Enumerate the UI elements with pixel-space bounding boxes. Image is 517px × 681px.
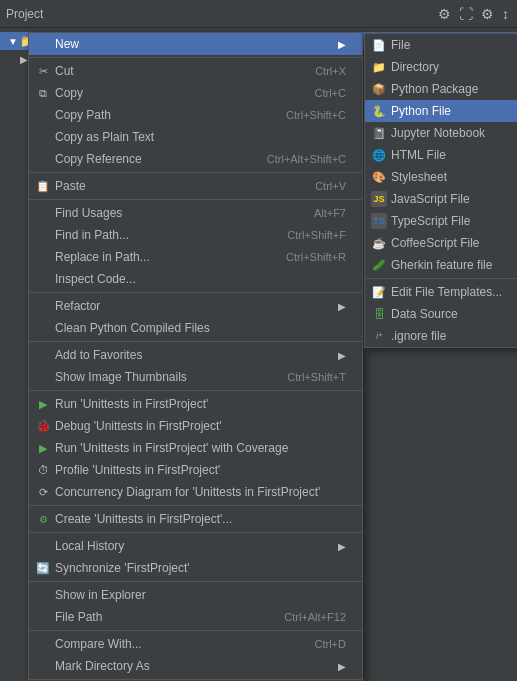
submenu-html[interactable]: 🌐 HTML File — [365, 144, 517, 166]
sep1 — [29, 57, 362, 58]
menu-copy[interactable]: ⧉ Copy Ctrl+C — [29, 82, 362, 104]
menu-inspect-label: Inspect Code... — [55, 272, 136, 286]
submenu-typescript[interactable]: TS TypeScript File — [365, 210, 517, 232]
menu-paste[interactable]: 📋 Paste Ctrl+V — [29, 175, 362, 197]
profile-icon: ⏱ — [35, 462, 51, 478]
settings-icon[interactable]: ⚙ — [436, 4, 453, 24]
menu-debug-label: Debug 'Unittests in FirstProject' — [55, 419, 222, 433]
sep3 — [29, 199, 362, 200]
cut-shortcut: Ctrl+X — [315, 65, 346, 77]
typescript-icon: TS — [371, 213, 387, 229]
sep9 — [29, 581, 362, 582]
menu-clean[interactable]: Clean Python Compiled Files — [29, 317, 362, 339]
menu-refactor[interactable]: Refactor ▶ — [29, 295, 362, 317]
tree-arrow: ▼ — [8, 36, 20, 47]
expand-icon[interactable]: ⛶ — [457, 4, 475, 24]
menu-synchronize-label: Synchronize 'FirstProject' — [55, 561, 190, 575]
menu-show-thumbnails-label: Show Image Thumbnails — [55, 370, 187, 384]
menu-copy-ref-label: Copy Reference — [55, 152, 142, 166]
jupyter-icon: 📓 — [371, 125, 387, 141]
gear-icon[interactable]: ⚙ — [479, 4, 496, 24]
sync-icon: 🔄 — [35, 560, 51, 576]
submenu-directory[interactable]: 📁 Directory — [365, 56, 517, 78]
menu-concurrency[interactable]: ⟳ Concurrency Diagram for 'Unittests in … — [29, 481, 362, 503]
menu-paste-label: Paste — [55, 179, 86, 193]
menu-copy-ref[interactable]: Copy Reference Ctrl+Alt+Shift+C — [29, 148, 362, 170]
context-menu: New ▶ 📄 File 📁 Directory 📦 Python Packag… — [28, 32, 363, 681]
menu-synchronize[interactable]: 🔄 Synchronize 'FirstProject' — [29, 557, 362, 579]
submenu-jupyter-label: Jupyter Notebook — [391, 126, 485, 140]
sep5 — [29, 341, 362, 342]
menu-debug[interactable]: 🐞 Debug 'Unittests in FirstProject' — [29, 415, 362, 437]
sep6 — [29, 390, 362, 391]
toolbar: Project ⚙ ⛶ ⚙ ↕ — [0, 0, 517, 28]
menu-mark-dir[interactable]: Mark Directory As ▶ — [29, 655, 362, 677]
menu-compare[interactable]: Compare With... Ctrl+D — [29, 633, 362, 655]
menu-find-path-label: Find in Path... — [55, 228, 129, 242]
menu-find-usages-label: Find Usages — [55, 206, 122, 220]
menu-item-new[interactable]: New ▶ 📄 File 📁 Directory 📦 Python Packag… — [29, 33, 362, 55]
submenu-stylesheet[interactable]: 🎨 Stylesheet — [365, 166, 517, 188]
menu-find-path[interactable]: Find in Path... Ctrl+Shift+F — [29, 224, 362, 246]
submenu-python-package-label: Python Package — [391, 82, 478, 96]
menu-inspect[interactable]: Inspect Code... — [29, 268, 362, 290]
directory-icon: 📁 — [371, 59, 387, 75]
menu-copy-plain[interactable]: Copy as Plain Text — [29, 126, 362, 148]
menu-show-explorer[interactable]: Show in Explorer — [29, 584, 362, 606]
menu-cut[interactable]: ✂ Cut Ctrl+X — [29, 60, 362, 82]
cut-icon: ✂ — [35, 63, 51, 79]
refactor-arrow: ▶ — [338, 301, 346, 312]
sep2 — [29, 172, 362, 173]
menu-run-coverage[interactable]: ▶ Run 'Unittests in FirstProject' with C… — [29, 437, 362, 459]
menu-local-history-label: Local History — [55, 539, 124, 553]
submenu-javascript-label: JavaScript File — [391, 192, 470, 206]
paste-shortcut: Ctrl+V — [315, 180, 346, 192]
menu-replace-path[interactable]: Replace in Path... Ctrl+Shift+R — [29, 246, 362, 268]
copy-path-shortcut: Ctrl+Shift+C — [286, 109, 346, 121]
menu-refactor-label: Refactor — [55, 299, 100, 313]
menu-profile[interactable]: ⏱ Profile 'Unittests in FirstProject' — [29, 459, 362, 481]
submenu-ignore[interactable]: i* .ignore file ▶ — [365, 325, 517, 347]
submenu-stylesheet-label: Stylesheet — [391, 170, 447, 184]
submenu-ignore-label: .ignore file — [391, 329, 446, 343]
mark-dir-arrow: ▶ — [338, 661, 346, 672]
submenu-file-label: File — [391, 38, 410, 52]
menu-file-path[interactable]: File Path Ctrl+Alt+F12 — [29, 606, 362, 628]
run-icon: ▶ — [35, 396, 51, 412]
python-file-icon: 🐍 — [371, 103, 387, 119]
menu-mark-dir-label: Mark Directory As — [55, 659, 150, 673]
submenu-coffeescript[interactable]: ☕ CoffeeScript File — [365, 232, 517, 254]
coverage-icon: ▶ — [35, 440, 51, 456]
thumbnails-shortcut: Ctrl+Shift+T — [287, 371, 346, 383]
menu-add-favorites[interactable]: Add to Favorites ▶ — [29, 344, 362, 366]
toolbar-title: Project — [6, 7, 430, 21]
submenu-python-file[interactable]: 🐍 Python File — [365, 100, 517, 122]
menu-cut-label: Cut — [55, 64, 74, 78]
submenu-new: 📄 File 📁 Directory 📦 Python Package 🐍 Py… — [364, 33, 517, 348]
file-icon: 📄 — [371, 37, 387, 53]
submenu-datasource[interactable]: 🗄 Data Source — [365, 303, 517, 325]
submenu-gherkin[interactable]: 🥒 Gherkin feature file — [365, 254, 517, 276]
submenu-arrow: ▶ — [338, 39, 346, 50]
sep8 — [29, 532, 362, 533]
sort-icon[interactable]: ↕ — [500, 4, 511, 24]
sep7 — [29, 505, 362, 506]
submenu-jupyter[interactable]: 📓 Jupyter Notebook — [365, 122, 517, 144]
submenu-file[interactable]: 📄 File — [365, 34, 517, 56]
menu-show-thumbnails[interactable]: Show Image Thumbnails Ctrl+Shift+T — [29, 366, 362, 388]
menu-add-favorites-label: Add to Favorites — [55, 348, 142, 362]
datasource-icon: 🗄 — [371, 306, 387, 322]
submenu-edit-templates[interactable]: 📝 Edit File Templates... — [365, 281, 517, 303]
menu-concurrency-label: Concurrency Diagram for 'Unittests in Fi… — [55, 485, 320, 499]
menu-copy-path[interactable]: Copy Path Ctrl+Shift+C — [29, 104, 362, 126]
submenu-python-package[interactable]: 📦 Python Package — [365, 78, 517, 100]
menu-local-history[interactable]: Local History ▶ — [29, 535, 362, 557]
submenu-python-file-label: Python File — [391, 104, 451, 118]
menu-run[interactable]: ▶ Run 'Unittests in FirstProject' — [29, 393, 362, 415]
submenu-sep1 — [365, 278, 517, 279]
menu-create[interactable]: ⚙ Create 'Unittests in FirstProject'... — [29, 508, 362, 530]
menu-find-usages[interactable]: Find Usages Alt+F7 — [29, 202, 362, 224]
menu-create-label: Create 'Unittests in FirstProject'... — [55, 512, 232, 526]
compare-shortcut: Ctrl+D — [315, 638, 346, 650]
submenu-javascript[interactable]: JS JavaScript File — [365, 188, 517, 210]
